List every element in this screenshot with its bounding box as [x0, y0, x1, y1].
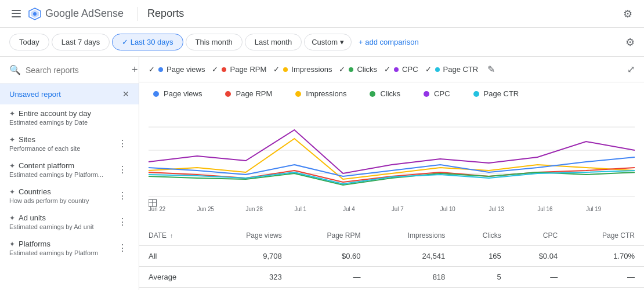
three-dot-icon-2[interactable]: ⋮	[115, 162, 129, 177]
lastmonth-button[interactable]: Last month	[245, 34, 302, 50]
last30-button[interactable]: Last 30 days	[112, 34, 183, 50]
th-page-views[interactable]: Page views	[209, 226, 291, 246]
cell-avg-date: Average	[139, 267, 209, 288]
last7-button[interactable]: Last 7 days	[52, 34, 110, 50]
legend-impressions: Impressions	[295, 89, 346, 98]
filter-page-views-label: Page views	[167, 65, 205, 74]
legend-page-ctr-dot	[473, 91, 479, 97]
th-clicks[interactable]: Clicks	[454, 226, 511, 246]
svg-text:Jul 16: Jul 16	[537, 206, 552, 212]
page-ctr-dot	[435, 67, 440, 72]
three-dot-icon-4[interactable]: ⋮	[115, 214, 129, 230]
legend-clicks: Clicks	[370, 89, 400, 98]
th-page-rpm[interactable]: Page RPM	[291, 226, 370, 246]
sidebar-item-title-3: Countries	[19, 187, 51, 196]
search-input[interactable]	[26, 66, 127, 75]
cell-avg-pagerpm: —	[291, 267, 370, 288]
th-date[interactable]: DATE ↑	[139, 226, 209, 246]
cell-avg-impressions: 818	[370, 267, 455, 288]
wand-icon-2: ✦	[9, 162, 15, 170]
table-row-average: Average 323 — 818 5 — —	[139, 267, 644, 288]
thismonth-button[interactable]: This month	[186, 34, 243, 50]
sidebar-item-sub-4: Estimated earnings by Ad unit	[9, 223, 94, 230]
chart-filters: Page views Page RPM Impressions Clicks C…	[139, 57, 644, 82]
legend-impressions-label: Impressions	[306, 89, 346, 98]
add-report-icon[interactable]: +	[132, 64, 138, 76]
filter-page-ctr-label: Page CTR	[443, 65, 479, 74]
settings-icon[interactable]: ⚙	[621, 7, 635, 21]
legend-cpc: CPC	[424, 89, 450, 98]
search-icon: 🔍	[9, 64, 21, 75]
sidebar-item-title-0: Entire account by day	[19, 109, 91, 118]
app-name: Google AdSense	[45, 8, 124, 20]
date-settings-icon[interactable]: ⚙	[625, 36, 635, 49]
three-dot-icon-3[interactable]: ⋮	[115, 188, 129, 204]
legend-cpc-dot	[424, 91, 429, 97]
sort-asc-icon: ↑	[170, 233, 173, 239]
cell-avg-pageviews: 323	[209, 267, 291, 288]
impressions-dot	[283, 67, 288, 72]
hamburger-menu[interactable]	[9, 7, 23, 21]
cell-all-clicks: 165	[454, 246, 511, 267]
page-rpm-dot	[222, 67, 226, 72]
sidebar-item-platforms[interactable]: ✦ Platforms Estimated earnings by Platfo…	[0, 235, 139, 261]
filter-cpc[interactable]: CPC	[384, 65, 418, 74]
svg-text:Jun 25: Jun 25	[197, 206, 215, 212]
legend-page-rpm: Page RPM	[225, 89, 272, 98]
filter-page-rpm-label: Page RPM	[230, 65, 266, 74]
th-cpc[interactable]: CPC	[511, 226, 567, 246]
today-button[interactable]: Today	[9, 34, 49, 50]
cell-all-impressions: 24,541	[370, 246, 455, 267]
sidebar-item-content-platform[interactable]: ✦ Content platform Estimated earnings by…	[0, 157, 139, 183]
legend-page-rpm-dot	[225, 91, 231, 97]
add-comparison-button[interactable]: + add comparison	[359, 38, 419, 46]
legend-page-ctr-label: Page CTR	[484, 89, 519, 98]
clicks-dot	[349, 67, 353, 72]
cpc-dot	[394, 67, 399, 72]
filter-impressions[interactable]: Impressions	[273, 65, 332, 74]
wand-icon-3: ✦	[9, 188, 15, 196]
th-page-ctr[interactable]: Page CTR	[567, 226, 644, 246]
sidebar-item-countries[interactable]: ✦ Countries How ads perform by country ⋮	[0, 183, 139, 209]
filter-clicks[interactable]: Clicks	[339, 65, 377, 74]
cell-avg-pagectr: —	[567, 267, 644, 288]
wand-icon-5: ✦	[9, 240, 15, 248]
sidebar-item-ad-units[interactable]: ✦ Ad units Estimated earnings by Ad unit…	[0, 209, 139, 235]
legend-page-rpm-label: Page RPM	[236, 89, 272, 98]
active-report-item[interactable]: Unsaved report ✕	[0, 84, 139, 104]
sidebar-item-sub-3: How ads perform by country	[9, 197, 89, 204]
sidebar-item-sub-0: Estimated earnings by Date	[9, 119, 91, 126]
chart-area: Jun 22 Jun 25 Jun 28 Jul 1 Jul 4 Jul 7 J…	[139, 105, 644, 221]
legend-clicks-label: Clicks	[380, 89, 400, 98]
close-icon[interactable]: ✕	[122, 89, 129, 99]
filter-page-views[interactable]: Page views	[149, 65, 205, 74]
legend-page-views-label: Page views	[164, 89, 202, 98]
page-title: Reports	[147, 8, 184, 20]
legend-page-views: Page views	[153, 89, 202, 98]
filter-page-rpm[interactable]: Page RPM	[212, 65, 266, 74]
edit-metrics-icon[interactable]: ✎	[487, 64, 495, 75]
expand-chart-icon[interactable]: ⤢	[627, 64, 635, 75]
svg-text:Jun 28: Jun 28	[246, 206, 263, 212]
add-comparison-label: + add comparison	[359, 38, 419, 46]
three-dot-icon-1[interactable]: ⋮	[115, 136, 129, 151]
svg-text:Jul 13: Jul 13	[489, 206, 504, 212]
cell-avg-clicks: 5	[454, 267, 511, 288]
wand-icon-4: ✦	[9, 214, 15, 222]
cell-all-cpc: $0.04	[511, 246, 567, 267]
sidebar-item-sub-2: Estimated earnings by Platform...	[9, 171, 103, 178]
filter-cpc-label: CPC	[402, 65, 418, 74]
content-area: Page views Page RPM Impressions Clicks C…	[139, 57, 644, 290]
th-date-label: DATE	[149, 231, 167, 240]
sidebar-item-title-4: Ad units	[19, 213, 46, 222]
legend-impressions-dot	[295, 91, 301, 97]
sidebar-item-sites[interactable]: ✦ Sites Performance of each site ⋮	[0, 130, 139, 157]
custom-button[interactable]: Custom ▾	[304, 34, 352, 50]
filter-page-ctr[interactable]: Page CTR	[425, 65, 479, 74]
page-views-dot	[158, 67, 163, 72]
three-dot-icon-5[interactable]: ⋮	[115, 240, 129, 256]
th-impressions[interactable]: Impressions	[370, 226, 455, 246]
filter-impressions-label: Impressions	[291, 65, 332, 74]
cell-avg-cpc: —	[511, 267, 567, 288]
sidebar-item-entire-account[interactable]: ✦ Entire account by day Estimated earnin…	[0, 104, 139, 130]
